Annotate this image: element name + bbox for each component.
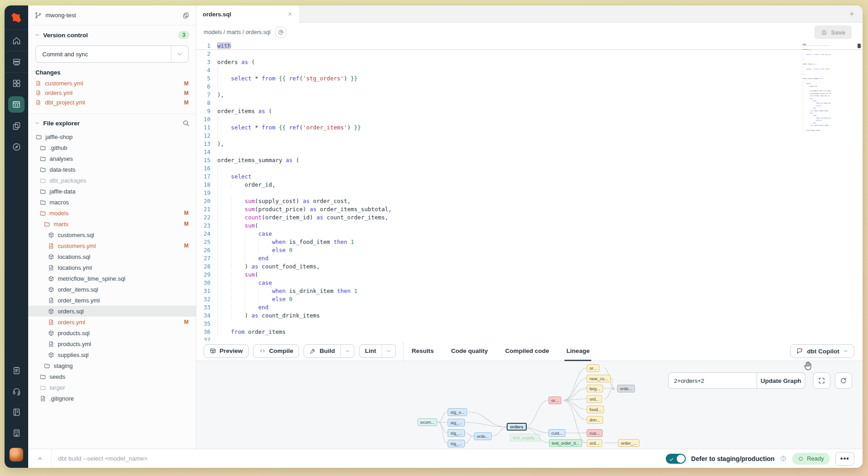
- lineage-node[interactable]: or...: [549, 397, 561, 404]
- tree-item-orders-sql[interactable]: orders.sql: [28, 306, 196, 317]
- user-avatar[interactable]: [10, 448, 23, 461]
- lineage-selector-input[interactable]: [668, 372, 757, 389]
- more-options-button[interactable]: •••: [835, 452, 854, 466]
- tree-item-products-sql[interactable]: products.sql: [28, 327, 196, 338]
- changed-file-row[interactable]: customers.ymlM: [28, 79, 196, 88]
- commit-options-chevron-icon[interactable]: [171, 46, 188, 62]
- dbt-copilot-button[interactable]: dbt Copilot: [790, 344, 854, 358]
- lineage-node[interactable]: ord...: [587, 395, 602, 403]
- tab-lineage[interactable]: Lineage: [564, 341, 591, 361]
- tree-item-supplies-sql[interactable]: supplies.sql: [28, 349, 196, 360]
- lineage-node[interactable]: orde...: [474, 432, 492, 440]
- tree-item-products-yml[interactable]: products.yml: [28, 338, 196, 349]
- commit-and-sync-button[interactable]: Commit and sync: [35, 45, 189, 63]
- tree-item-data-tests[interactable]: data-tests: [28, 164, 196, 175]
- preview-button[interactable]: Preview: [204, 344, 249, 358]
- tab-compiled-code[interactable]: Compiled code: [504, 341, 551, 361]
- tree-item-marts[interactable]: martsM: [28, 218, 196, 229]
- command-input[interactable]: dbt build --select <model_name>: [58, 455, 148, 462]
- rail-compass-icon[interactable]: [5, 136, 28, 157]
- defer-toggle[interactable]: [666, 454, 686, 464]
- command-bar-expand-icon[interactable]: [28, 449, 52, 468]
- tree-item-locations-yml[interactable]: locations.yml: [28, 262, 196, 273]
- tree-item-jaffle-shop[interactable]: jaffle-shop: [28, 131, 196, 142]
- lineage-node[interactable]: or...: [587, 364, 599, 372]
- search-icon[interactable]: [182, 119, 190, 127]
- code-line-27: 27 end: [196, 254, 863, 263]
- changed-file-row[interactable]: dbt_project.ymlM: [28, 98, 196, 107]
- tab-results[interactable]: Results: [410, 341, 436, 361]
- lineage-node[interactable]: orde...: [617, 385, 635, 392]
- rail-building-icon[interactable]: [5, 422, 28, 443]
- lineage-node[interactable]: order_...: [618, 439, 639, 447]
- code-editor[interactable]: 1with23orders as (4 5 select * from {{ r…: [196, 42, 863, 341]
- editor-scrollbar[interactable]: [858, 44, 861, 48]
- update-graph-button[interactable]: Update Graph: [757, 372, 805, 389]
- copy-branch-icon[interactable]: [182, 12, 190, 19]
- tab-code-quality[interactable]: Code quality: [449, 341, 490, 361]
- rail-code-window-icon[interactable]: [5, 94, 28, 115]
- lineage-node[interactable]: ecom...: [418, 418, 437, 426]
- rail-notebook-icon[interactable]: [5, 402, 28, 422]
- lineage-node[interactable]: stg_...: [448, 429, 465, 437]
- lint-button[interactable]: Lint: [359, 344, 396, 358]
- tree-item--gitignore[interactable]: .gitignore: [28, 393, 196, 404]
- tree-item--github[interactable]: .github: [28, 142, 196, 153]
- lint-options-chevron-icon[interactable]: [382, 345, 395, 357]
- tree-item-analyses[interactable]: analyses: [28, 153, 196, 164]
- dbt-logo-icon[interactable]: [5, 5, 28, 30]
- close-tab-icon[interactable]: [287, 11, 293, 17]
- lineage-node[interactable]: cust...: [549, 429, 565, 437]
- open-lineage-icon[interactable]: [275, 26, 287, 38]
- tab-orders-sql[interactable]: orders.sql: [196, 5, 299, 23]
- refresh-icon[interactable]: [835, 372, 852, 389]
- tree-item-models[interactable]: modelsM: [28, 208, 196, 218]
- changed-file-row[interactable]: orders.ymlM: [28, 88, 196, 98]
- lineage-node[interactable]: orders: [507, 423, 527, 431]
- build-button[interactable]: Build: [304, 344, 354, 358]
- lineage-node[interactable]: larg...: [587, 385, 603, 392]
- file-explorer-header[interactable]: File explorer: [28, 114, 196, 131]
- lineage-node[interactable]: food...: [587, 406, 604, 413]
- rail-grid-icon[interactable]: [5, 73, 28, 94]
- lineage-node[interactable]: new_cu...: [587, 375, 611, 382]
- lineage-node[interactable]: stg_...: [448, 440, 465, 447]
- tree-item-seeds[interactable]: seeds: [28, 371, 196, 382]
- tree-item-jaffle-data[interactable]: jaffle-data: [28, 186, 196, 197]
- tree-item-metricflow-time-spine-sql[interactable]: metricflow_time_spine.sql: [28, 273, 196, 284]
- tree-item-order-items-yml[interactable]: order_items.yml: [28, 295, 196, 306]
- line-number: 36: [196, 328, 217, 336]
- rail-clipboard-icon[interactable]: [5, 360, 28, 381]
- new-tab-plus-icon[interactable]: [848, 10, 855, 17]
- lineage-node[interactable]: test_supply...: [510, 434, 540, 441]
- line-number: 26: [196, 246, 217, 254]
- tree-item-staging[interactable]: staging: [28, 360, 196, 371]
- rail-home-icon[interactable]: [5, 30, 28, 51]
- lineage-node[interactable]: cus...: [587, 429, 603, 437]
- tree-item-customers-yml[interactable]: customers.ymlM: [28, 240, 196, 251]
- lineage-node[interactable]: drin...: [587, 416, 603, 424]
- compile-button[interactable]: Compile: [253, 344, 299, 358]
- doc-icon: [40, 395, 46, 402]
- rail-copies-icon[interactable]: [5, 115, 28, 136]
- fullscreen-icon[interactable]: [813, 372, 830, 389]
- tree-item-macros[interactable]: macros: [28, 197, 196, 208]
- tree-item-customers-sql[interactable]: customers.sql: [28, 229, 196, 240]
- file-icon: [35, 99, 41, 105]
- lineage-node[interactable]: test_order_it...: [549, 439, 582, 447]
- rail-stack-icon[interactable]: [5, 51, 28, 72]
- build-options-chevron-icon[interactable]: [340, 345, 354, 357]
- lineage-node[interactable]: stg_...: [448, 419, 465, 426]
- tree-item-dbt-packages[interactable]: dbt_packages: [28, 175, 196, 186]
- tree-item-orders-yml[interactable]: orders.ymlM: [28, 317, 196, 327]
- lineage-node[interactable]: stg_o...: [448, 408, 467, 416]
- model-icon: [48, 253, 55, 260]
- tree-item-order-items-sql[interactable]: order_items.sql: [28, 284, 196, 295]
- version-control-header[interactable]: Version control 3: [28, 25, 196, 43]
- lineage-node[interactable]: ord...: [587, 439, 602, 447]
- tree-item-locations-sql[interactable]: locations.sql: [28, 251, 196, 262]
- help-icon[interactable]: [780, 455, 787, 462]
- tree-item-target[interactable]: target: [28, 382, 196, 393]
- save-button[interactable]: Save: [814, 25, 852, 39]
- rail-headset-icon[interactable]: [5, 381, 28, 402]
